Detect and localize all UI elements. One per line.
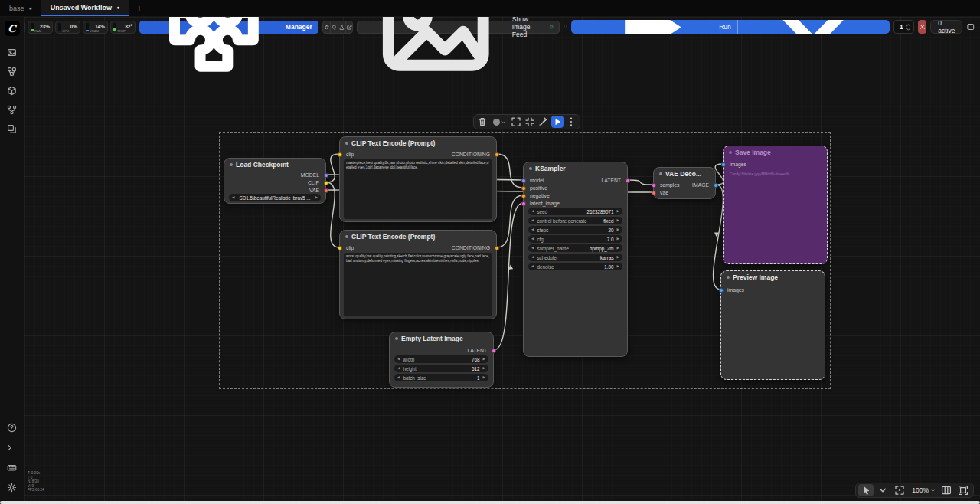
run-options-chevron[interactable] [737, 20, 889, 34]
queue-icon[interactable] [6, 47, 18, 58]
widget-combo[interactable]: ◀SD1.5\beautifulRealistic_brav5 ...▶ [229, 194, 321, 201]
settings-gear-icon[interactable] [6, 482, 18, 493]
input-port-images[interactable] [721, 162, 726, 167]
decrement-arrow-icon[interactable]: ◀ [531, 226, 534, 234]
widget-width[interactable]: ◀width768▶ [394, 355, 488, 363]
node-empty-latent-image[interactable]: Empty Latent ImageLATENT◀width768▶◀heigh… [389, 332, 494, 388]
focus-mode-icon[interactable] [956, 484, 971, 496]
share-icon[interactable] [345, 21, 353, 33]
increment-arrow-icon[interactable]: ▶ [617, 226, 619, 234]
node-title[interactable]: Preview Image [721, 271, 825, 283]
decrement-arrow-icon[interactable]: ◀ [531, 235, 534, 243]
output-port-LATENT[interactable] [492, 349, 496, 353]
link-clip[interactable] [326, 154, 339, 182]
widget-sampler_name[interactable]: ◀sampler_namedpmpp_2m▶ [528, 244, 622, 252]
comfyui-logo[interactable]: C [5, 21, 20, 36]
output-port-VAE[interactable] [324, 188, 328, 193]
widget-height[interactable]: ◀height512▶ [394, 365, 488, 372]
input-port-positive[interactable] [521, 186, 526, 191]
increment-arrow-icon[interactable]: ▶ [483, 365, 485, 372]
node-title[interactable]: Load Checkpoint [224, 159, 325, 170]
widget-control before generate[interactable]: ◀control before generatefixed▶ [528, 217, 622, 224]
input-port-samples[interactable] [652, 183, 656, 188]
show-image-feed-button[interactable]: Show Image Feed [357, 21, 560, 34]
link-clip[interactable] [326, 182, 339, 247]
run-segment[interactable]: Run [571, 20, 737, 34]
decrement-arrow-icon[interactable]: ◀ [531, 254, 534, 261]
decrement-arrow-icon[interactable]: ◀ [397, 365, 400, 372]
templates-icon[interactable] [6, 123, 18, 135]
delete-selection-icon[interactable] [476, 116, 488, 128]
bypass-node-icon[interactable] [537, 116, 550, 128]
node-clip-text-encode-negative[interactable]: CLIP Text Encode (Prompt)clipCONDITIONIN… [339, 230, 497, 319]
minimap-icon[interactable] [939, 484, 954, 496]
input-port-latent_image[interactable] [521, 201, 526, 206]
node-library-icon[interactable] [6, 66, 18, 77]
pointer-tool-icon[interactable] [858, 484, 874, 496]
widget-scheduler[interactable]: ◀schedulerkarras▶ [528, 254, 622, 261]
more-options-icon[interactable] [565, 116, 577, 128]
help-icon[interactable] [6, 422, 18, 434]
notifications-bell-icon[interactable] [330, 21, 338, 33]
input-port-images[interactable] [719, 288, 724, 293]
new-workflow-button[interactable]: + [129, 0, 149, 16]
input-port-model[interactable] [521, 178, 526, 183]
increment-arrow-icon[interactable]: ▶ [617, 263, 619, 270]
clear-queue-button[interactable] [918, 20, 927, 34]
output-port-CLIP[interactable] [324, 181, 328, 185]
node-color-picker[interactable] [490, 116, 508, 128]
link-latent[interactable] [494, 203, 523, 350]
run-button[interactable]: Run [571, 20, 889, 34]
link-latent[interactable] [628, 180, 653, 185]
workflows-icon[interactable] [6, 104, 18, 116]
prompt-text-input[interactable]: worst quality,low quality,painting,sketc… [344, 253, 492, 316]
output-port-MODEL[interactable] [324, 173, 328, 178]
link-conditioning[interactable] [497, 154, 523, 188]
zoom-level-dropdown[interactable]: 100% [909, 484, 937, 496]
batch-count-stepper[interactable] [906, 24, 911, 31]
node-load-checkpoint[interactable]: Load CheckpointMODELCLIPVAE◀SD1.5\beauti… [224, 158, 326, 204]
increment-arrow-icon[interactable]: ▶ [617, 254, 619, 261]
node-title[interactable]: VAE Deco... [654, 168, 715, 179]
batch-count-input[interactable]: 1 [893, 20, 914, 34]
model-library-icon[interactable] [6, 85, 18, 97]
input-port-negative[interactable] [521, 194, 526, 198]
increment-arrow-icon[interactable]: ▶ [483, 355, 485, 363]
node-clip-text-encode-positive[interactable]: CLIP Text Encode (Prompt)clipCONDITIONIN… [339, 136, 497, 222]
experimental-flask-icon[interactable] [338, 21, 345, 33]
node-title[interactable]: CLIP Text Encode (Prompt) [340, 137, 496, 149]
decrement-arrow-icon[interactable]: ◀ [397, 374, 400, 381]
decrement-arrow-icon[interactable]: ◀ [397, 355, 400, 363]
node-ksampler[interactable]: KSamplermodelpositivenegativelatent_imag… [523, 162, 628, 357]
favorites-star-icon[interactable] [323, 21, 330, 33]
decrement-arrow-icon[interactable]: ◀ [531, 244, 534, 252]
widget-denoise[interactable]: ◀denoise1.00▶ [528, 263, 622, 270]
link-conditioning[interactable] [497, 195, 523, 247]
increment-arrow-icon[interactable]: ▶ [617, 217, 619, 224]
step-up-icon[interactable] [906, 24, 911, 27]
widget-seed[interactable]: ◀seed2623289071▶ [528, 208, 622, 215]
widget-steps[interactable]: ◀steps20▶ [528, 226, 622, 234]
filename-prefix-widget[interactable]: ComfyUI%date:yyyyMMdd%-%seed%... [730, 172, 821, 179]
node-title[interactable]: Save Image [724, 146, 827, 158]
drag-handle-icon[interactable] [564, 25, 567, 28]
widget-cfg[interactable]: ◀cfg7.0▶ [528, 235, 622, 243]
node-title[interactable]: KSampler [524, 162, 627, 174]
manager-button[interactable]: Manager [139, 21, 318, 34]
node-save-image[interactable]: Save ImageimagesComfyUI%date:yyyyMMdd%-%… [723, 146, 828, 264]
node-preview-image[interactable]: Preview Imageimages [720, 270, 825, 380]
output-port-CONDITIONING[interactable] [495, 246, 499, 250]
decrement-arrow-icon[interactable]: ◀ [531, 208, 534, 215]
node-title[interactable]: Empty Latent Image [390, 332, 493, 344]
terminal-icon[interactable] [6, 442, 18, 453]
keybinding-icon[interactable] [6, 462, 18, 473]
execute-selection-button[interactable] [551, 116, 564, 128]
prompt-text-input[interactable]: masterpiece,best quality,8k,raw photo,ph… [344, 159, 492, 219]
image-feed-strip[interactable] [0, 501, 980, 504]
output-port-LATENT[interactable] [626, 178, 630, 183]
pointer-tool-chevron[interactable] [875, 484, 890, 496]
tab-unsaved-workflow[interactable]: Unsaved Workflow ● [41, 0, 129, 16]
expand-selection-icon[interactable] [510, 116, 522, 128]
node-vae-decode[interactable]: VAE Deco...samplesvaeIMAGE [653, 167, 716, 199]
increment-arrow-icon[interactable]: ▶ [617, 208, 619, 215]
